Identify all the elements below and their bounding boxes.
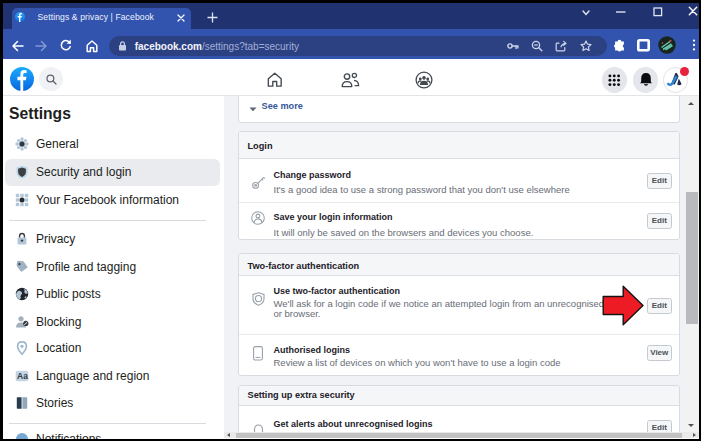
svg-text:Aa: Aa — [17, 371, 28, 381]
